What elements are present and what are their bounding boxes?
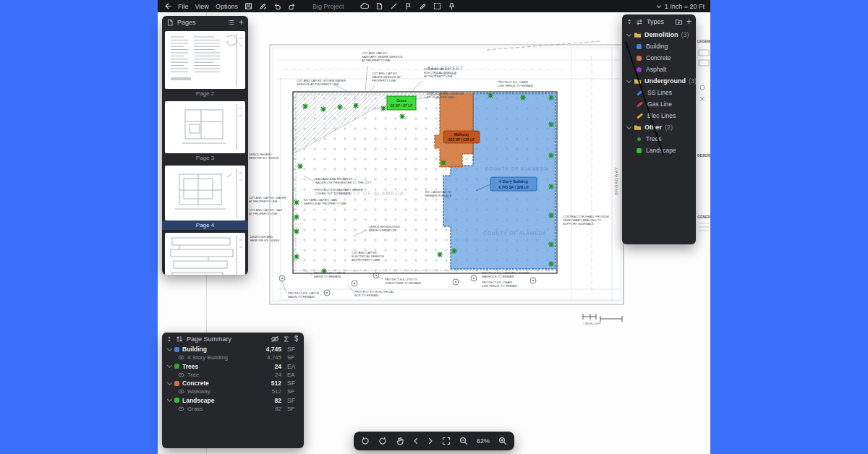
tree-symbol[interactable]	[549, 184, 554, 189]
walkway-label-chip[interactable]: Walkway 512 SF / 128 LF	[443, 131, 480, 143]
add-type-button[interactable]: +	[686, 18, 692, 25]
pen-slash-icon[interactable]	[259, 2, 267, 10]
page-thumbnail[interactable]	[165, 101, 245, 153]
tree-symbol[interactable]	[294, 200, 299, 205]
summary-group-row[interactable]: Trees 24 EA	[162, 362, 304, 371]
chevron-down-icon[interactable]	[167, 346, 172, 351]
sort-icon[interactable]	[176, 335, 183, 343]
page-thumbnail-item[interactable]: Page 3	[162, 101, 248, 163]
summary-child-row[interactable]: Grass 82 SF	[162, 405, 304, 414]
summary-group-row[interactable]: Landscape 82 SF	[162, 396, 304, 405]
tree-symbol[interactable]	[549, 242, 554, 247]
tree-symbol[interactable]	[549, 213, 554, 218]
type-item-row[interactable]: Building	[622, 40, 696, 52]
scale-selector[interactable]: 1 Inch = 20 Ft	[656, 3, 705, 10]
tree-symbol[interactable]	[338, 105, 343, 110]
summary-group-row[interactable]: Concrete 512 SF	[162, 379, 304, 387]
tree-symbol[interactable]	[549, 262, 554, 267]
add-page-button[interactable]: +	[239, 19, 244, 26]
page-thumbnail[interactable]	[165, 166, 245, 220]
rotate-ccw-icon[interactable]	[361, 437, 370, 445]
type-group-row[interactable]: Demolition (3)	[622, 29, 696, 40]
back-icon[interactable]	[163, 2, 171, 10]
tree-symbol[interactable]	[441, 160, 446, 166]
eye-icon[interactable]	[178, 406, 184, 411]
chevron-left-icon[interactable]	[413, 437, 419, 445]
list-icon[interactable]	[228, 19, 235, 26]
tree-symbol[interactable]	[294, 229, 299, 234]
flag-icon[interactable]	[404, 2, 412, 10]
tree-symbol[interactable]	[381, 106, 386, 111]
tree-symbol[interactable]	[521, 95, 526, 100]
dollar-icon[interactable]	[293, 335, 299, 343]
chevron-down-icon[interactable]	[167, 363, 172, 368]
page-thumbnail-item[interactable]: Page 4	[162, 166, 248, 230]
eye-icon[interactable]	[178, 372, 184, 377]
tree-symbol[interactable]	[294, 215, 299, 220]
eye-icon[interactable]	[178, 355, 184, 360]
summary-child-row[interactable]: Tree 24 EA	[162, 371, 304, 380]
redo-icon[interactable]	[288, 2, 296, 10]
tree-symbol[interactable]	[294, 254, 299, 260]
chevron-down-icon[interactable]	[626, 124, 631, 129]
zoom-level[interactable]: 62%	[477, 437, 490, 445]
tree-symbol[interactable]	[549, 153, 554, 158]
fit-screen-icon[interactable]	[442, 437, 451, 445]
page-thumbnail[interactable]	[165, 233, 245, 275]
eye-icon[interactable]	[178, 389, 184, 394]
type-item-row[interactable]: SS Lines	[622, 87, 696, 98]
tree-symbol[interactable]	[354, 103, 359, 108]
page-icon[interactable]	[375, 2, 383, 10]
menu-options[interactable]: Options	[216, 3, 238, 10]
tree-symbol[interactable]	[321, 107, 326, 112]
pan-icon[interactable]	[396, 437, 404, 445]
updown-icon[interactable]	[166, 335, 172, 343]
tree-symbol[interactable]	[322, 269, 327, 274]
chevron-down-icon[interactable]	[626, 31, 631, 36]
folder-plus-icon[interactable]	[675, 18, 683, 25]
page-caption[interactable]: Page 3	[162, 153, 248, 163]
save-icon[interactable]	[244, 2, 252, 10]
types-panel-title: Types	[647, 18, 664, 25]
tree-symbol[interactable]	[438, 252, 443, 257]
project-name[interactable]: Big Project	[312, 3, 344, 10]
type-group-row[interactable]: Underground (3)	[622, 75, 696, 87]
summary-child-row[interactable]: Walkway 512 SF	[162, 387, 304, 396]
pen-icon[interactable]	[419, 2, 427, 10]
tree-symbol[interactable]	[488, 93, 493, 98]
page-thumbnail[interactable]	[165, 31, 245, 89]
swap-icon[interactable]	[636, 19, 643, 25]
marquee-icon[interactable]	[433, 2, 441, 10]
eye-off-icon[interactable]	[271, 335, 279, 343]
type-item-row[interactable]: Gas Line	[622, 98, 696, 110]
chevron-down-icon[interactable]	[626, 77, 631, 82]
zoom-out-icon[interactable]	[459, 437, 468, 445]
undo-icon[interactable]	[273, 2, 281, 10]
chevron-down-icon[interactable]	[167, 397, 172, 402]
type-group-row[interactable]: Other (2)	[622, 121, 696, 133]
tree-symbol[interactable]	[400, 114, 405, 119]
zoom-in-icon[interactable]	[498, 437, 507, 445]
page-thumbnail-item[interactable]	[162, 233, 248, 275]
page-caption[interactable]: Page 4	[162, 220, 248, 230]
sigma-icon[interactable]	[283, 335, 289, 343]
updown-icon[interactable]	[626, 18, 632, 25]
summary-child-row[interactable]: 4 Story Building 4,745 SF	[162, 354, 304, 362]
summary-group-row[interactable]: Building 4,745 SF	[162, 345, 304, 354]
tree-symbol[interactable]	[303, 104, 308, 109]
page-caption[interactable]: Page 2	[162, 89, 248, 98]
pin-icon[interactable]	[448, 2, 456, 10]
chevron-down-icon[interactable]	[167, 380, 172, 385]
type-item-row[interactable]: Elec Lines	[622, 110, 696, 121]
page-thumbnail-item[interactable]: Page 2	[162, 31, 248, 98]
menu-view[interactable]: View	[195, 3, 209, 10]
menu-file[interactable]: File	[178, 3, 189, 10]
tree-symbol[interactable]	[298, 164, 303, 169]
cloud-icon[interactable]	[360, 2, 369, 10]
tree-symbol[interactable]	[452, 249, 457, 254]
tree-symbol[interactable]	[549, 122, 554, 127]
rotate-cw-icon[interactable]	[378, 437, 387, 445]
line-tool-icon[interactable]	[390, 2, 398, 10]
tree-symbol[interactable]	[549, 95, 554, 100]
chevron-right-icon[interactable]	[427, 437, 433, 445]
